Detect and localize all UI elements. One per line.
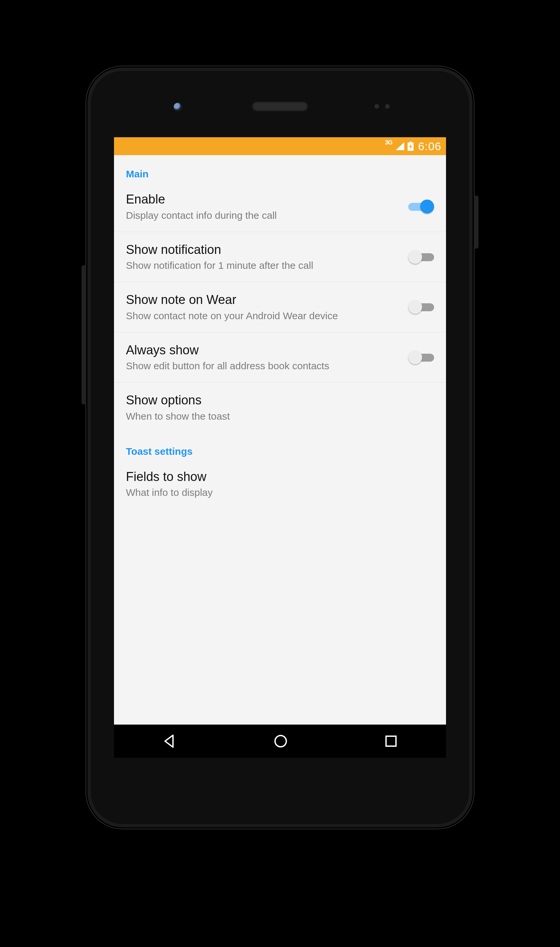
- pref-title: Show options: [126, 393, 428, 408]
- pref-subtitle: Show notification for 1 minute after the…: [126, 259, 402, 272]
- nav-recents-button[interactable]: [385, 735, 398, 748]
- signal-icon: [395, 142, 404, 150]
- device-frame: 3G 6:06 Main Enable Display contact info…: [86, 66, 474, 828]
- svg-rect-0: [409, 142, 412, 143]
- switch-show-note-on-wear[interactable]: [408, 300, 434, 314]
- pref-always-show[interactable]: Always show Show edit button for all add…: [114, 333, 446, 383]
- nav-back-button[interactable]: [162, 734, 177, 748]
- pref-title: Fields to show: [126, 469, 428, 485]
- section-header-main: Main: [114, 155, 446, 182]
- device-inner: 3G 6:06 Main Enable Display contact info…: [91, 71, 469, 824]
- switch-show-notification[interactable]: [408, 250, 434, 264]
- svg-rect-3: [386, 736, 396, 746]
- pref-subtitle: Show edit button for all address book co…: [126, 359, 402, 372]
- pref-show-notification[interactable]: Show notification Show notification for …: [114, 232, 446, 282]
- recents-icon: [385, 735, 398, 748]
- battery-charging-icon: [408, 142, 414, 151]
- svg-point-2: [275, 736, 286, 747]
- home-icon: [273, 734, 288, 748]
- power-button: [474, 196, 478, 249]
- pref-fields-to-show[interactable]: Fields to show What info to display: [114, 459, 446, 509]
- pref-show-options[interactable]: Show options When to show the toast: [114, 382, 446, 433]
- settings-screen[interactable]: Main Enable Display contact info during …: [114, 155, 446, 725]
- pref-title: Enable: [126, 192, 402, 208]
- clock: 6:06: [418, 140, 442, 153]
- screen: 3G 6:06 Main Enable Display contact info…: [114, 137, 446, 758]
- volume-rocker: [82, 265, 86, 404]
- switch-enable[interactable]: [408, 200, 434, 214]
- nav-home-button[interactable]: [273, 734, 288, 748]
- section-header-toast-settings: Toast settings: [114, 433, 446, 459]
- status-bar: 3G 6:06: [114, 137, 446, 155]
- pref-subtitle: What info to display: [126, 486, 428, 499]
- pref-title: Show note on Wear: [126, 292, 402, 308]
- pref-show-note-on-wear[interactable]: Show note on Wear Show contact note on y…: [114, 282, 446, 333]
- switch-always-show[interactable]: [408, 350, 434, 364]
- pref-subtitle: Display contact info during the call: [126, 209, 402, 222]
- network-type-label: 3G: [385, 139, 392, 146]
- proximity-sensors: [374, 104, 390, 109]
- navigation-bar: [114, 725, 446, 758]
- pref-enable[interactable]: Enable Display contact info during the c…: [114, 182, 446, 232]
- pref-subtitle: Show contact note on your Android Wear d…: [126, 309, 402, 322]
- pref-title: Show notification: [126, 242, 402, 258]
- pref-subtitle: When to show the toast: [126, 410, 428, 423]
- pref-title: Always show: [126, 342, 402, 358]
- front-camera: [174, 103, 182, 111]
- speaker-grille: [252, 102, 308, 111]
- back-icon: [162, 734, 177, 748]
